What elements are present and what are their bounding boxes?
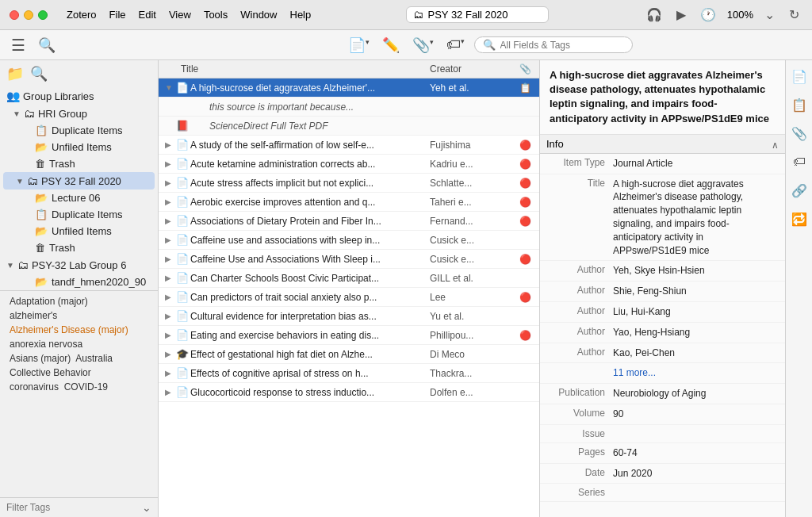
sidebar-top-icons: 📁 🔍	[0, 60, 158, 87]
table-row[interactable]: ▶ 📄 Caffeine use and associations with s…	[159, 231, 539, 250]
expand-icon: ▶	[165, 293, 176, 301]
sidebar-psy32lab-header[interactable]: ▼ 🗂 PSY-32 Lab Group 6	[0, 256, 158, 274]
sidebar-search-icon[interactable]: 🔍	[30, 65, 48, 82]
field-label: Author	[550, 347, 613, 360]
expand-icon: ▶	[165, 140, 176, 149]
tag-alzheimers-lower[interactable]: alzheimer's	[10, 310, 57, 321]
sidebar-item-psy32-duplicate[interactable]: 📋 Duplicate Items	[3, 206, 155, 223]
attachments-icon[interactable]: 📎	[788, 122, 810, 144]
menu-edit[interactable]: Edit	[139, 9, 156, 21]
menu-file[interactable]: File	[109, 9, 126, 21]
sidebar-item-hri-duplicate[interactable]: 📋 Duplicate Items	[3, 122, 155, 139]
tag-asians[interactable]: Asians (major) Australia	[10, 353, 113, 364]
detail-field: Title A high-sucrose diet aggravates Alz…	[540, 174, 785, 262]
clock-icon[interactable]: 🕐	[697, 6, 719, 24]
item-title: Effect of gestational high fat diet on A…	[190, 349, 430, 360]
new-attachment-icon[interactable]: 📎▾	[409, 35, 437, 56]
sidebar-psy32-header[interactable]: ▼ 🗂 PSY 32 Fall 2020	[3, 172, 155, 190]
refresh-icon[interactable]: ↻	[786, 6, 802, 24]
psy32-label: PSY 32 Fall 2020	[41, 175, 121, 187]
hri-duplicate-label: Duplicate Items	[52, 124, 123, 136]
sidebar-item-lecture06[interactable]: 📂 Lecture 06	[3, 190, 155, 206]
expand-icon: ▶	[165, 312, 176, 320]
detail-tab-info[interactable]: Info	[546, 138, 772, 153]
tag-anorexia[interactable]: anorexia nervosa	[10, 339, 82, 350]
list-header: Title Creator 📎	[159, 60, 539, 79]
table-row[interactable]: ▶ 📄 Acute stress affects implicit but no…	[159, 174, 539, 193]
table-row[interactable]: ▶ 📄 Cultural evidence for interpretation…	[159, 307, 539, 326]
tag-icon[interactable]: 🏷▾	[443, 35, 468, 55]
sidebar-hri-group-header[interactable]: ▼ 🗂 HRI Group	[0, 105, 158, 122]
maximize-button[interactable]	[38, 10, 48, 20]
item-creator: Thackra...	[430, 368, 517, 379]
table-row[interactable]: ▶ 📄 Associations of Dietary Protein and …	[159, 212, 539, 231]
new-note-icon[interactable]: ✏️	[379, 35, 403, 56]
new-collection-icon[interactable]: 📁	[6, 65, 24, 82]
more-authors-link[interactable]: 11 more...	[613, 366, 776, 380]
tag-collective[interactable]: Collective Behavior	[10, 367, 91, 378]
table-row[interactable]: ▶ 📄 A study of the self-affirmation of l…	[159, 136, 539, 155]
table-row[interactable]: ▼ 📄 A high-sucrose diet aggravates Alzhe…	[159, 79, 539, 98]
item-type-icon: 📄	[176, 310, 190, 322]
close-button[interactable]	[10, 10, 19, 20]
sidebar-item-psy32-unfiled[interactable]: 📂 Unfiled Items	[3, 223, 155, 239]
sidebar-group-libraries-header[interactable]: 👥 Group Libraries	[0, 87, 158, 105]
tag-filter-icon[interactable]: ⌄	[142, 501, 151, 514]
sidebar-item-hri-unfiled[interactable]: 📂 Unfiled Items	[3, 139, 155, 155]
table-row[interactable]: ▶ 📄 Glucocorticoid response to stress in…	[159, 383, 539, 402]
table-row[interactable]: ▶ 📄 Can predictors of trait social anxie…	[159, 288, 539, 307]
related-icon[interactable]: 🔗	[788, 179, 810, 201]
tag-filter-input[interactable]	[6, 502, 139, 513]
tags-panel-icon[interactable]: 🏷	[788, 151, 810, 173]
menu-tools[interactable]: Tools	[204, 9, 228, 21]
title-bar: Zotero File Edit View Tools Window Help …	[0, 0, 812, 30]
menu-help[interactable]: Help	[290, 9, 312, 21]
table-row[interactable]: ▶ 📄 Eating and exercise behaviors in eat…	[159, 326, 539, 345]
hri-trash-icon: 🗑	[35, 158, 45, 170]
table-row[interactable]: ▶ 📄 Acute ketamine administration correc…	[159, 155, 539, 174]
tag-alzheimers-major[interactable]: Alzheimer's Disease (major)	[10, 324, 128, 335]
table-row[interactable]: ▶ 📄 Caffeine Use and Associations With S…	[159, 250, 539, 269]
tag-adaptation[interactable]: Adaptation (major)	[10, 296, 88, 307]
minimize-button[interactable]	[24, 10, 33, 20]
expand-icon: ▶	[165, 255, 176, 263]
field-value: A high-sucrose diet aggravates Alzheimer…	[613, 178, 776, 258]
new-item-icon[interactable]: 📄▾	[345, 35, 373, 56]
psy32-icon: 🗂	[27, 174, 38, 187]
table-row[interactable]: ▶ 🎓 Effect of gestational high fat diet …	[159, 345, 539, 364]
sidebar-item-psy32-trash[interactable]: 🗑 Trash	[3, 239, 155, 256]
table-row[interactable]: ▶ 📄 Effects of cognitive aprisal of stre…	[159, 364, 539, 383]
item-attach-icon: 🔴	[517, 159, 533, 170]
tag-coronavirus[interactable]: coronavirus COVID-19	[10, 381, 108, 393]
play-icon[interactable]: ▶	[673, 6, 689, 24]
item-creator: Schlatte...	[430, 178, 517, 189]
table-row[interactable]: ▶ 📄 Aerobic exercise improves attention …	[159, 193, 539, 212]
item-type-icon: 📄	[176, 196, 190, 208]
menu-window[interactable]: Window	[240, 9, 277, 21]
detail-tab-chevron-icon[interactable]: ∧	[772, 140, 779, 151]
sync-icon[interactable]: 🔁	[788, 208, 810, 230]
notes-icon[interactable]: 📋	[788, 94, 810, 116]
sidebar-item-hri-trash[interactable]: 🗑 Trash	[3, 155, 155, 172]
collection-name: PSY 32 Fall 2020	[428, 9, 508, 21]
search-icon[interactable]: 🔍	[35, 35, 59, 56]
headphones-icon[interactable]: 🎧	[643, 6, 665, 24]
item-creator: Di Meco	[430, 349, 517, 360]
info-icon[interactable]: 📄	[788, 65, 810, 87]
item-title: Associations of Dietary Protein and Fibe…	[190, 216, 430, 227]
psy32lab-chevron-icon: ▼	[6, 261, 14, 270]
sidebar-toggle-icon[interactable]: ☰	[8, 34, 29, 56]
field-label: Author	[550, 326, 613, 339]
tag-filter-bar: ⌄	[0, 497, 158, 517]
table-row[interactable]: this source is important because...	[159, 98, 539, 117]
dropdown-icon[interactable]: ⌄	[761, 6, 778, 24]
menu-view[interactable]: View	[169, 9, 191, 21]
detail-body: Item Type Journal Article Title A high-s…	[540, 154, 785, 517]
table-row[interactable]: 📕 ScienceDirect Full Text PDF	[159, 117, 539, 136]
expand-icon: ▶	[165, 350, 176, 358]
menu-zotero[interactable]: Zotero	[67, 9, 97, 21]
table-row[interactable]: ▶ 📄 Can Charter Schools Boost Civic Part…	[159, 269, 539, 288]
search-input[interactable]	[500, 40, 611, 51]
sidebar-item-tandf[interactable]: 📂 tandf_hmen2020_90	[3, 274, 155, 290]
item-creator: Lee	[430, 292, 517, 303]
